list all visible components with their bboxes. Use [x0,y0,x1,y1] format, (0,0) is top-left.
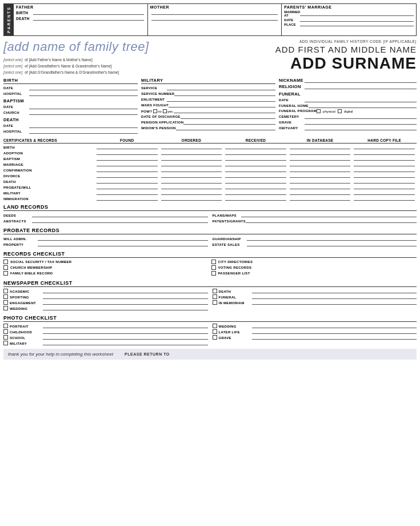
will-admin-line[interactable] [38,236,208,241]
fp-physical-checkbox[interactable] [317,109,321,113]
news-wedding-line[interactable] [43,306,208,310]
funeral-home-line[interactable] [309,103,417,108]
marriage-place-line[interactable] [300,22,414,26]
rec-ssn-checkbox[interactable] [3,260,8,264]
photo-school-line[interactable] [43,335,208,340]
news-memoriam-line[interactable] [252,300,417,305]
cert-death-ordered[interactable] [161,179,222,184]
religion-line[interactable] [305,85,417,89]
news-sporting-checkbox[interactable] [3,294,8,299]
mother-death-line[interactable] [151,16,278,21]
cert-death-found[interactable] [97,179,158,184]
cert-confirmation-hardcopy[interactable] [354,168,415,172]
fp-digital-checkbox[interactable] [338,109,342,113]
ancestry-select-3[interactable]: [select one] [3,69,22,75]
cert-immigration-hardcopy[interactable] [354,196,415,201]
news-death-checkbox[interactable] [213,289,217,293]
funeral-date-line[interactable] [305,98,417,102]
photo-childhood-line[interactable] [43,329,208,334]
mother-birth-line[interactable] [151,10,278,15]
photo-wedding-checkbox[interactable] [213,324,217,328]
cert-birth-database[interactable] [290,145,351,149]
cert-divorce-hardcopy[interactable] [354,173,415,178]
patents-line[interactable] [246,218,417,223]
photo-military-checkbox[interactable] [3,341,8,345]
cert-probate-hardcopy[interactable] [354,185,415,189]
cert-baptism-hardcopy[interactable] [354,156,415,161]
cert-birth-found[interactable] [97,145,158,149]
news-engagement-checkbox[interactable] [3,300,8,305]
cert-confirmation-database[interactable] [290,168,351,172]
cert-military-ordered[interactable] [161,190,222,195]
cert-marriage-received[interactable] [225,162,286,166]
nickname-line[interactable] [305,78,417,83]
widows-line[interactable] [176,126,275,130]
cert-baptism-received[interactable] [225,156,286,161]
cert-military-received[interactable] [225,190,286,195]
cert-adoption-found[interactable] [97,150,158,155]
pow-line[interactable] [174,109,275,113]
abstracts-line[interactable] [32,218,208,223]
cert-military-hardcopy[interactable] [354,190,415,195]
discharge-line[interactable] [181,114,275,119]
cert-confirmation-received[interactable] [225,168,286,172]
father-death-line[interactable] [33,16,144,21]
photo-school-checkbox[interactable] [3,335,8,340]
cert-divorce-found[interactable] [97,173,158,178]
cert-baptism-ordered[interactable] [161,156,222,161]
cert-military-found[interactable] [97,190,158,195]
guardianship-line[interactable] [247,236,417,241]
baptism-church-line[interactable] [29,110,138,115]
wars-line[interactable] [169,103,275,107]
cert-immigration-received[interactable] [225,196,286,201]
photo-portrait-line[interactable] [43,324,208,328]
birth-date-line[interactable] [29,86,138,90]
news-engagement-line[interactable] [43,300,208,305]
marriage-date-line[interactable] [300,18,414,22]
news-death-line[interactable] [252,289,417,293]
cert-death-hardcopy[interactable] [354,179,415,184]
baptism-date-line[interactable] [29,105,138,109]
rec-voting-checkbox[interactable] [211,265,216,270]
cert-marriage-found[interactable] [97,162,158,166]
news-funeral-line[interactable] [252,294,417,299]
cert-probate-received[interactable] [225,185,286,189]
birth-hospital-line[interactable] [29,91,138,96]
ancestry-select-2[interactable]: [select one] [3,63,22,69]
cert-marriage-ordered[interactable] [161,162,222,166]
plans-line[interactable] [241,213,417,217]
cert-confirmation-found[interactable] [97,168,158,172]
news-wedding-checkbox[interactable] [3,306,8,310]
father-birth-line[interactable] [33,10,144,15]
cert-confirmation-ordered[interactable] [161,168,222,172]
news-memoriam-checkbox[interactable] [213,300,217,305]
cert-probate-found[interactable] [97,185,158,189]
cert-immigration-ordered[interactable] [161,196,222,201]
news-sporting-line[interactable] [43,294,208,299]
photo-military-line[interactable] [43,341,208,345]
cert-death-received[interactable] [225,179,286,184]
ancestry-select-1[interactable]: [select one] [3,57,22,63]
enlistment-line[interactable] [167,97,275,102]
news-academic-line[interactable] [43,289,208,293]
cert-adoption-hardcopy[interactable] [354,150,415,155]
cert-immigration-database[interactable] [290,196,351,201]
cert-military-database[interactable] [290,190,351,195]
photo-grave-line[interactable] [252,335,417,340]
cert-birth-received[interactable] [225,145,286,149]
cert-marriage-hardcopy[interactable] [354,162,415,166]
service-num-line[interactable] [174,91,275,96]
photo-laterlife-checkbox[interactable] [213,329,217,334]
cert-death-database[interactable] [290,179,351,184]
cert-probate-ordered[interactable] [161,185,222,189]
grave-line[interactable] [305,120,417,125]
photo-grave-checkbox[interactable] [213,335,217,340]
cert-immigration-found[interactable] [97,196,158,201]
cert-baptism-found[interactable] [97,156,158,161]
cert-divorce-database[interactable] [290,173,351,178]
service-line[interactable] [167,86,275,90]
obituary-line[interactable] [305,126,417,130]
photo-laterlife-line[interactable] [252,329,417,334]
death-hospital-line[interactable] [29,129,138,134]
rec-bible-checkbox[interactable] [3,271,8,276]
